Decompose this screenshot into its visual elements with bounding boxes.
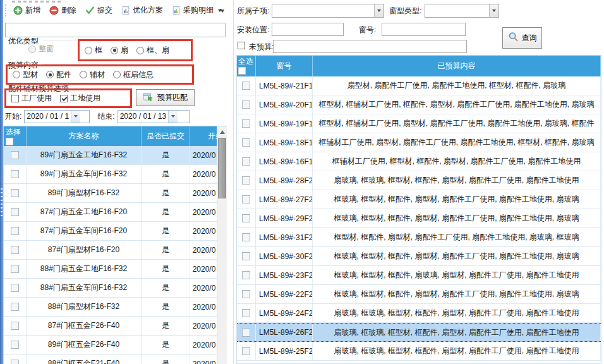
end-date-picker[interactable]: 2020 / 01 / 13 [118, 110, 190, 123]
windows-table-header: 全选 窗号 已预算内容 [237, 56, 601, 76]
plan-table-row[interactable]: 87#门扇型材F16-F20是2020/0 [4, 241, 227, 260]
row-checkbox[interactable] [242, 233, 250, 241]
window-table-row[interactable]: LM5L-89#-25F23扇玻璃, 框玻璃, 框型材, 框配件, 扇型材, 扇… [237, 342, 601, 361]
row-checkbox[interactable] [11, 208, 19, 216]
checkbox-option[interactable]: 工地使用 [60, 93, 100, 104]
window-table-row[interactable]: LM5L-89#-19F17框型材, 框辅材工厂使用, 扇型材, 扇配件工厂使用… [237, 114, 601, 133]
chevron-down-icon [492, 9, 496, 12]
window-table-row[interactable]: LM5L-89#-28F26扇玻璃, 框玻璃, 框型材, 框配件, 扇型材, 扇… [237, 171, 601, 190]
plan-table-row[interactable]: 87#门扇五金工地F16-F20是2020/0 [4, 203, 227, 222]
row-checkbox[interactable] [242, 329, 250, 337]
dropdown-button[interactable] [374, 4, 384, 17]
window-no-input[interactable] [382, 23, 466, 36]
budgeted-content-cell: 框玻璃, 框型材, 框配件, 扇型材, 扇配件工厂使用, 扇配件工地使用, 扇玻… [313, 247, 601, 265]
row-checkbox[interactable] [242, 176, 250, 185]
window-table-row[interactable]: LM5L-89#-30F28框玻璃, 框型材, 框配件, 扇型材, 扇配件工厂使… [237, 247, 601, 266]
toolbar-overflow-button[interactable] [217, 5, 227, 16]
plan-table-row[interactable]: 89#门扇型材F16-F32是2020/0 [4, 184, 227, 203]
radio-option[interactable]: 框 [85, 45, 102, 56]
plan-name-column-header[interactable]: 方案名称 [27, 126, 142, 146]
row-checkbox[interactable] [11, 246, 19, 254]
window-table-row[interactable]: LM5L-89#-18F16框辅材工厂使用, 扇型材, 扇配件工厂使用, 扇配件… [237, 133, 601, 152]
plan-filter-input[interactable] [5, 23, 226, 37]
sub-item-select[interactable] [272, 4, 384, 18]
no-budget-input[interactable] [273, 40, 467, 53]
plan-table-row[interactable]: 88#门框五金F21-F40是2020/0 [4, 355, 227, 364]
plan-table-row[interactable]: 88#门扇型材F16-F32是2020/0 [4, 298, 227, 317]
row-checkbox[interactable] [11, 189, 19, 197]
row-checkbox[interactable] [242, 347, 250, 355]
checkbox-option[interactable]: 工厂使用 [11, 93, 52, 104]
scrollbar-thumb[interactable] [218, 138, 226, 198]
window-table-row[interactable]: LM5L-89#-22F20框玻璃, 框型材, 框配件, 扇型材, 扇配件工厂使… [237, 285, 601, 304]
window-table-row[interactable]: LM5L-89#-31F29框型材, 框配件, 扇型材, 扇配件工厂使用, 扇配… [237, 228, 601, 247]
row-checkbox[interactable] [242, 195, 250, 203]
row-checkbox[interactable] [11, 322, 19, 330]
window-table-row[interactable]: LM5L-89#-20F18框型材, 框辅材工厂使用, 框配件, 扇型材, 扇配… [237, 95, 601, 114]
radio-option[interactable]: 框扇信息 [113, 70, 154, 80]
row-checkbox[interactable] [11, 341, 19, 349]
row-checkbox[interactable] [242, 252, 250, 260]
dropdown-button[interactable] [489, 4, 498, 17]
optimize-plan-button[interactable]: 优化方案 [118, 3, 167, 18]
panel-splitter[interactable] [233, 0, 234, 364]
plan-table-row[interactable]: 88#门扇五金车间F16-F32是2020/0 [4, 279, 227, 298]
radio-option[interactable]: 扇 [111, 45, 128, 56]
row-checkbox[interactable] [242, 309, 250, 317]
window-table-row[interactable]: LM5L-89#-21F19扇型材, 扇配件工厂使用, 扇配件工地使用, 框型材… [237, 76, 601, 95]
submit-button[interactable]: 提交 [82, 3, 116, 18]
row-checkbox[interactable] [11, 170, 19, 178]
window-table-row[interactable]: LM5L-89#-23F21框玻璃, 框型材, 框配件, 扇玻璃, 扇型材, 扇… [237, 266, 601, 285]
start-date-picker[interactable]: 2020 / 01 / 1 [24, 110, 90, 123]
row-checkbox[interactable] [11, 151, 19, 159]
radio-option[interactable]: 辅材 [80, 70, 105, 80]
row-checkbox[interactable] [11, 265, 19, 273]
scroll-up-button[interactable] [217, 126, 227, 137]
plan-table-row[interactable]: 89#门扇五金车间F16-F32是2020/0 [4, 165, 227, 184]
remove-icon [49, 6, 59, 15]
plan-submitted-cell: 是 [142, 184, 190, 202]
row-checkbox[interactable] [242, 119, 250, 128]
plan-table-row[interactable]: 89#门扇五金工地F16-F32是2020/0 [4, 146, 227, 165]
new-button[interactable]: 新增 [9, 3, 44, 18]
radio-option[interactable]: 配件 [46, 70, 71, 80]
row-checkbox[interactable] [242, 100, 250, 109]
row-checkbox[interactable] [11, 227, 19, 235]
plan-table-row[interactable]: 87#门框五金F26-F40是2020/0 [4, 317, 227, 336]
window-table-row[interactable]: LM5L-89#-29F27框玻璃, 框型材, 框配件, 扇型材, 扇配件工厂使… [237, 209, 601, 228]
plans-scrollbar[interactable] [217, 126, 227, 364]
row-checkbox[interactable] [11, 303, 19, 311]
select-all-checkbox[interactable] [238, 67, 246, 75]
row-checkbox[interactable] [242, 271, 250, 279]
window-table-row[interactable]: LM5L-89#-24F22扇玻璃, 框玻璃, 框型材, 框配件, 扇型材, 扇… [237, 304, 601, 323]
no-budget-checkbox[interactable] [238, 42, 245, 49]
window-table-row[interactable]: LM5L-89#-27F25框玻璃, 框型材, 框配件, 扇型材, 扇配件工厂使… [237, 190, 601, 209]
window-no-column-header[interactable]: 窗号 [256, 56, 313, 76]
row-checkbox[interactable] [242, 214, 250, 222]
plan-table-row[interactable]: 88#门扇五金工地F16-F32是2020/0 [4, 260, 227, 279]
budget-match-button[interactable]: 预算匹配 [136, 89, 195, 106]
query-button[interactable]: 查询 [502, 27, 542, 49]
splitter-grip[interactable] [1, 188, 3, 217]
row-checkbox[interactable] [11, 284, 19, 292]
radio-option[interactable]: 型材 [13, 70, 38, 80]
plan-table-row[interactable]: 89#门框五金F26-F40是2020/0 [4, 336, 227, 355]
calendar-dropdown-button[interactable] [168, 111, 178, 123]
radio-icon [113, 71, 121, 78]
row-checkbox[interactable] [11, 360, 19, 364]
row-checkbox[interactable] [242, 157, 250, 166]
budgeted-content-column-header[interactable]: 已预算内容 [313, 56, 601, 76]
window-table-row[interactable]: LM5L-89#-16F15框辅材工厂使用, 框型材, 框配件, 扇型材, 扇配… [237, 152, 601, 171]
submitted-column-header[interactable]: 是否已提交 [142, 126, 190, 146]
delete-button[interactable]: 删除 [45, 3, 80, 18]
select-all-checkbox[interactable] [6, 138, 13, 145]
window-table-row[interactable]: LM5L-89#-26F24扇玻璃, 框玻璃, 框型材, 框配件, 扇型材, 扇… [237, 323, 601, 342]
row-checkbox[interactable] [242, 82, 250, 90]
radio-option[interactable]: 框、扇 [136, 45, 169, 56]
window-type-select[interactable] [425, 4, 499, 18]
install-position-input[interactable] [272, 23, 344, 36]
row-checkbox[interactable] [242, 290, 250, 298]
calendar-dropdown-button[interactable] [71, 111, 80, 123]
row-checkbox[interactable] [242, 138, 250, 147]
plan-table-row[interactable]: 87#门扇五金车间F16-F20是2020/0 [4, 222, 227, 241]
